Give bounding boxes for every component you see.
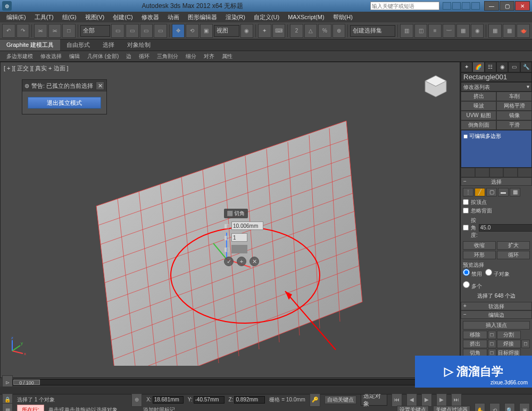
schematic-icon[interactable]: ▦ xyxy=(456,24,470,38)
select-icon[interactable]: ▭ xyxy=(111,24,124,38)
ref-coord-dropdown[interactable]: 视图 xyxy=(214,25,239,37)
select-region-icon[interactable]: ▭ xyxy=(140,24,153,38)
subtab-modsel[interactable]: 修改选择 xyxy=(37,52,65,61)
exit-isolation-button[interactable]: 退出孤立模式 xyxy=(28,97,101,109)
ribbon-selection[interactable]: 选择 xyxy=(96,39,121,51)
close-button[interactable]: ✕ xyxy=(515,1,530,11)
menu-create[interactable]: 创建(C) xyxy=(109,12,137,22)
maximize-button[interactable]: ▢ xyxy=(500,1,514,11)
selection-filter[interactable]: 全部 xyxy=(80,25,111,37)
listener-icon[interactable]: ▦ xyxy=(2,403,13,411)
manip-icon[interactable]: ✦ xyxy=(258,24,271,38)
hierarchy-tab-icon[interactable]: ☷ xyxy=(485,62,496,72)
time-ruler[interactable] xyxy=(0,387,532,394)
menu-customize[interactable]: 自定义(U) xyxy=(250,12,284,22)
mod-meshsmooth[interactable]: 网格平滑 xyxy=(496,101,532,111)
by-angle-checkbox[interactable]: 按角度: xyxy=(463,217,478,239)
subtab-tri[interactable]: 三角剖分 xyxy=(154,52,181,61)
extrude-edge-button[interactable]: 挤出 xyxy=(463,340,487,348)
loop-button[interactable]: 循环 xyxy=(497,251,530,259)
render-frame-icon[interactable]: ▦ xyxy=(503,24,516,38)
split-button[interactable]: 分割 xyxy=(497,331,521,339)
x-coord-input[interactable] xyxy=(153,396,184,404)
subtab-edit[interactable]: 编辑 xyxy=(66,52,83,61)
utilities-tab-icon[interactable]: 🔧 xyxy=(520,62,532,72)
star-icon[interactable] xyxy=(462,2,470,10)
menu-help[interactable]: 帮助(H) xyxy=(329,12,357,22)
dialog-close-button[interactable]: ✕ xyxy=(96,81,104,90)
remove-mod-icon[interactable] xyxy=(503,168,518,177)
caddy-cancel-button[interactable]: ✕ xyxy=(250,257,259,266)
play-next-icon[interactable]: ▶ xyxy=(436,393,447,407)
mod-noise[interactable]: 噪波 xyxy=(461,101,496,111)
mod-extrude[interactable]: 挤出 xyxy=(461,92,496,101)
modifier-stack[interactable]: ◼ 可编辑多边形 xyxy=(461,130,532,168)
menu-animation[interactable]: 动画 xyxy=(163,12,184,22)
help-icon[interactable] xyxy=(471,2,480,10)
shrink-button[interactable]: 收缩 xyxy=(463,241,496,250)
ring-button[interactable]: 环形 xyxy=(463,251,496,259)
menu-edit[interactable]: 编辑(E) xyxy=(2,12,30,22)
poly-subobj-icon[interactable]: ▬ xyxy=(498,188,509,196)
time-marker[interactable]: 0 / 100 xyxy=(13,380,40,385)
show-result-icon[interactable] xyxy=(475,168,489,177)
menu-modifiers[interactable]: 修改器 xyxy=(137,12,163,22)
bind-icon[interactable]: □ xyxy=(62,24,76,38)
link-icon[interactable]: ⫘ xyxy=(34,24,47,38)
autokey-button[interactable]: 自动关键点 xyxy=(325,396,356,404)
rotate-icon[interactable]: ⟲ xyxy=(186,24,199,38)
element-subobj-icon[interactable]: ▦ xyxy=(510,188,520,196)
chamfer-amount-input[interactable] xyxy=(231,221,263,230)
subtab-subdiv[interactable]: 细分 xyxy=(182,52,200,61)
menu-tools[interactable]: 工具(T) xyxy=(30,12,58,22)
preview-multi-radio[interactable]: 多个 xyxy=(463,281,482,290)
menu-render[interactable]: 渲染(R) xyxy=(221,12,250,22)
edge-subobj-icon[interactable]: ╱ xyxy=(475,188,485,196)
nav-orbit-icon[interactable]: ⟲ xyxy=(489,403,500,411)
unique-icon[interactable] xyxy=(489,168,504,177)
viewport-label[interactable]: [ + ][ 正交 ][ 真实 + 边面 ] xyxy=(4,64,69,72)
redo-icon[interactable]: ↷ xyxy=(16,24,30,38)
nav-zoom-icon[interactable]: 🔍 xyxy=(504,403,515,411)
unlink-icon[interactable]: ⫘ xyxy=(48,24,62,38)
snap-angle-icon[interactable]: △ xyxy=(304,24,318,38)
menu-views[interactable]: 视图(V) xyxy=(81,12,109,22)
subtab-props[interactable]: 属性 xyxy=(219,52,236,61)
weld-settings-icon[interactable]: □ xyxy=(521,340,530,348)
grow-button[interactable]: 扩大 xyxy=(497,241,530,250)
menu-graph[interactable]: 图形编辑器 xyxy=(184,12,221,22)
modify-tab-icon[interactable]: 🌈 xyxy=(472,62,484,72)
minimize-button[interactable]: — xyxy=(484,1,499,11)
play-start-icon[interactable]: ⏮ xyxy=(392,393,402,407)
angle-input[interactable] xyxy=(479,224,532,232)
keyfilter-button[interactable]: 关键点过滤器 xyxy=(433,406,470,411)
subtab-edge[interactable]: 边 xyxy=(123,52,135,61)
ribbon-freeform[interactable]: 自由形式 xyxy=(60,39,96,51)
align-icon[interactable]: ◫ xyxy=(414,24,428,38)
pivot-icon[interactable]: ◉ xyxy=(240,24,254,38)
setkey-button[interactable]: 设置关键点 xyxy=(397,406,429,411)
snap-percent-icon[interactable]: % xyxy=(318,24,331,38)
render-setup-icon[interactable]: ▦ xyxy=(488,24,502,38)
mod-smooth[interactable]: 平滑 xyxy=(496,120,532,130)
subtab-loop[interactable]: 循环 xyxy=(136,52,153,61)
ignore-backfacing-checkbox[interactable]: 忽略背面 xyxy=(463,207,530,215)
subtab-align[interactable]: 对齐 xyxy=(201,52,218,61)
play-end-icon[interactable]: ⏭ xyxy=(451,393,462,407)
ribbon-graphite[interactable]: Graphite 建模工具 xyxy=(0,39,60,51)
window-crossing-icon[interactable]: ▭ xyxy=(154,24,167,38)
play-prev-icon[interactable]: ◀ xyxy=(406,393,417,407)
mod-lathe[interactable]: 车削 xyxy=(496,92,532,101)
remove-settings-icon[interactable]: □ xyxy=(488,331,496,339)
modifier-list-dropdown[interactable]: 修改器列表▾ xyxy=(461,82,532,92)
preview-subobj-radio[interactable]: 子对象 xyxy=(485,269,510,278)
display-tab-icon[interactable]: ▭ xyxy=(508,62,520,72)
scale-icon[interactable]: ▣ xyxy=(200,24,213,38)
undo-icon[interactable]: ↶ xyxy=(2,24,15,38)
viewport[interactable]: [ + ][ 正交 ][ 真实 + 边面 ] xyxy=(0,62,460,378)
help-search-input[interactable] xyxy=(370,2,439,10)
ribbon-paint[interactable]: 对象绘制 xyxy=(121,39,157,51)
stack-item-epoly[interactable]: ◼ 可编辑多边形 xyxy=(462,131,530,141)
subtab-geom[interactable]: 几何体 (全部) xyxy=(84,52,122,61)
render-icon[interactable]: 🫖 xyxy=(517,24,530,38)
